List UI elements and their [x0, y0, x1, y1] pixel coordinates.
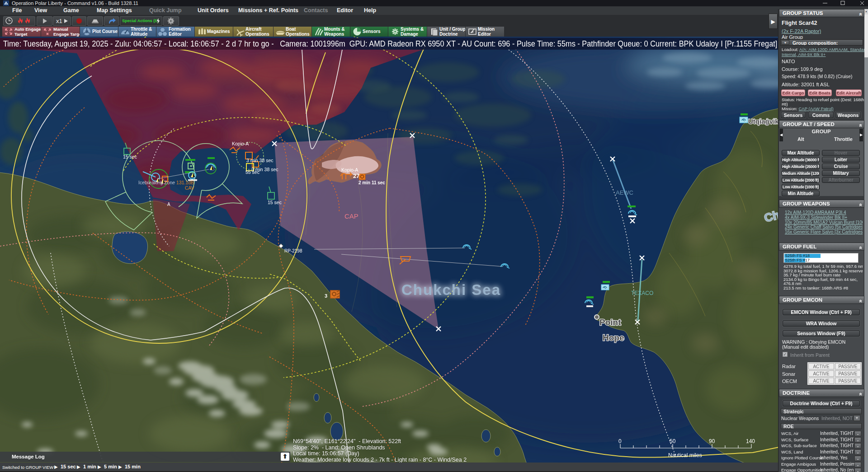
svg-text:Kopio-A: Kopio-A	[232, 141, 249, 146]
svg-text:Nautical miles: Nautical miles	[668, 452, 702, 458]
svg-text:15 sec: 15 sec	[123, 154, 137, 159]
svg-text:2 min 11 sec: 2 min 11 sec	[359, 180, 385, 185]
svg-text:CAV: CAV	[185, 185, 194, 191]
svg-text:27: 27	[353, 173, 359, 179]
svg-text:Point: Point	[599, 318, 621, 327]
svg-text:Icebreaking Zone 131.1dB: Icebreaking Zone 131.1dB	[138, 180, 194, 185]
svg-text:x1: x1	[56, 18, 62, 24]
svg-text:15 sec: 15 sec	[268, 200, 282, 205]
svg-text:CAP: CAP	[344, 212, 359, 220]
svg-text:Chukchi Sea: Chukchi Sea	[401, 281, 501, 298]
svg-text:RP-2198: RP-2198	[284, 248, 302, 253]
svg-text:0: 0	[618, 438, 622, 444]
svg-text:Kopio-A: Kopio-A	[341, 167, 358, 173]
svg-text:Hope: Hope	[603, 333, 624, 342]
svg-text:AEWC: AEWC	[616, 189, 633, 196]
svg-text:90: 90	[709, 438, 715, 444]
svg-text:A: A	[167, 202, 170, 207]
svg-text:3 min 38 sec: 3 min 38 sec	[246, 158, 274, 163]
svg-text:TEXACO: TEXACO	[631, 290, 653, 296]
svg-text:55 sec: 55 sec	[245, 169, 259, 175]
svg-text:50: 50	[670, 438, 676, 444]
svg-text:140: 140	[746, 438, 755, 444]
svg-text:Utqiaġvik: Utqiaġvik	[748, 117, 779, 125]
svg-text:3: 3	[325, 293, 327, 299]
